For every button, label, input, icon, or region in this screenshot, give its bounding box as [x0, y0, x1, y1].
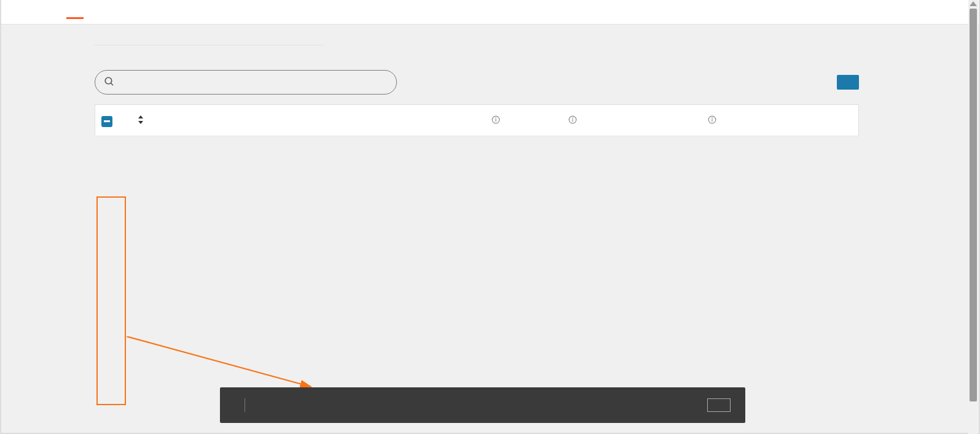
info-icon[interactable]	[492, 115, 500, 126]
svg-point-7	[572, 118, 573, 118]
scroll-up-arrow-icon[interactable]	[970, 1, 977, 6]
top-tabs	[1, 0, 979, 25]
add-attribute-button[interactable]	[837, 75, 859, 90]
search-input[interactable]	[120, 77, 388, 88]
sub-tabs	[95, 37, 323, 45]
info-icon[interactable]	[708, 115, 716, 126]
svg-point-10	[712, 118, 713, 118]
info-icon[interactable]	[568, 115, 577, 126]
tab-test[interactable]	[118, 6, 135, 19]
svg-point-0	[105, 77, 112, 84]
tab-settings[interactable]	[101, 6, 118, 19]
scrollbar-thumb[interactable]	[970, 9, 977, 401]
tab-intents[interactable]	[49, 6, 66, 19]
search-box[interactable]	[95, 70, 397, 95]
svg-line-1	[111, 83, 113, 85]
svg-point-4	[496, 118, 496, 118]
toast-divider	[245, 398, 245, 412]
select-all-checkbox[interactable]	[101, 116, 112, 127]
scrollbar[interactable]	[968, 0, 978, 434]
tab-keywords[interactable]	[84, 6, 101, 19]
tab-attributes[interactable]	[66, 6, 84, 19]
tab-dialogs[interactable]	[32, 6, 49, 19]
delete-button[interactable]	[707, 398, 731, 412]
selection-toast	[220, 387, 745, 423]
attributes-table	[95, 104, 859, 136]
sort-icon[interactable]	[138, 115, 144, 126]
search-icon	[104, 76, 115, 89]
tab-overview[interactable]	[135, 6, 152, 19]
